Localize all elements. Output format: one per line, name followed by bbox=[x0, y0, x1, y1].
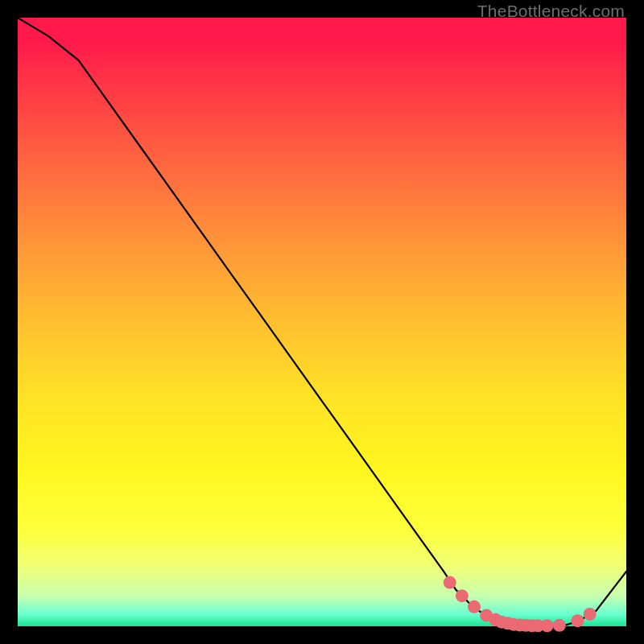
marker-point bbox=[572, 614, 584, 627]
marker-point bbox=[468, 601, 481, 613]
marker-point bbox=[444, 576, 456, 589]
marker-point bbox=[456, 589, 469, 602]
watermark-text: TheBottleneck.com bbox=[477, 2, 625, 21]
bottleneck-curve bbox=[18, 18, 626, 626]
chart-frame: TheBottleneck.com bbox=[0, 0, 644, 644]
chart-plot-area bbox=[18, 18, 626, 626]
chart-svg bbox=[18, 18, 626, 626]
marker-point bbox=[541, 619, 554, 632]
marker-group bbox=[444, 576, 597, 633]
marker-point bbox=[553, 619, 566, 632]
marker-point bbox=[584, 608, 597, 621]
